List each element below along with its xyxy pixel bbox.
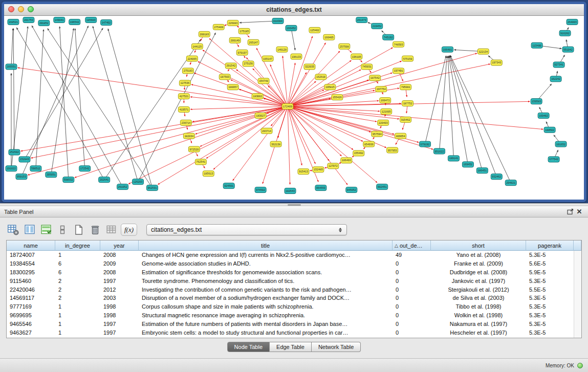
table-cell[interactable]: 1 [55, 302, 100, 311]
network-view[interactable]: 1724092001831441252240652751831275364275… [4, 16, 584, 200]
new-document-icon[interactable] [72, 223, 86, 237]
table-cell[interactable]: 5.3E-5 [526, 294, 574, 302]
network-node[interactable]: 854936 [363, 141, 375, 147]
float-panel-icon[interactable] [565, 208, 575, 216]
table-cell[interactable]: 0 [393, 302, 431, 311]
network-node[interactable]: 261473 [356, 17, 367, 23]
network-node[interactable]: 196133 [291, 54, 302, 59]
network-node[interactable]: 915462 [400, 117, 411, 122]
table-row[interactable]: 1872400712008Changes of HCN gene express… [7, 251, 574, 259]
network-node[interactable]: 126203 [133, 179, 144, 185]
table-cell[interactable]: 2 [55, 294, 100, 302]
network-node[interactable]: 785081 [400, 84, 411, 90]
table-cell[interactable]: Estimation of significance thresholds fo… [139, 268, 393, 277]
table-cell[interactable]: 18724007 [7, 251, 55, 259]
table-cell[interactable]: 1997 [100, 328, 139, 337]
network-node[interactable]: 590512 [30, 166, 41, 171]
network-node[interactable]: 679192 [420, 141, 431, 147]
column-header-year[interactable]: year [100, 240, 139, 251]
network-node[interactable]: 144125 [191, 43, 203, 49]
table-cell[interactable]: Nakamura et al. (1997) [431, 319, 526, 328]
network-node[interactable]: 226083 [227, 20, 238, 26]
network-table-selector[interactable]: citations_edges.txt [146, 224, 347, 235]
network-node[interactable]: 677542 [548, 157, 559, 162]
column-header-title[interactable]: title [139, 240, 393, 251]
network-node[interactable]: 257508 [339, 43, 350, 49]
table-cell[interactable]: 5.3E-5 [526, 302, 574, 311]
network-node[interactable]: 264003 [567, 19, 578, 25]
table-cell[interactable]: 0 [393, 328, 431, 337]
table-vertical-scrollbar[interactable] [574, 251, 581, 338]
network-node[interactable]: 172542 [79, 166, 91, 171]
network-node[interactable]: 551042 [562, 47, 574, 52]
network-node[interactable]: 187503 [219, 74, 230, 80]
table-cell[interactable]: 5.3E-5 [526, 319, 574, 328]
network-node[interactable]: 196542 [69, 19, 80, 25]
table-cell[interactable]: 9115460 [7, 276, 55, 285]
network-node[interactable]: 275156 [243, 61, 254, 67]
table-cell[interactable]: Hescheler et al. (1997) [431, 328, 526, 337]
network-node[interactable]: 924501 [223, 183, 234, 189]
network-node[interactable]: 362138 [270, 141, 281, 147]
network-node[interactable]: 122134 [477, 49, 489, 54]
table-row[interactable]: 977716911998Corpus callosum shape and si… [7, 302, 574, 311]
table-cell[interactable]: 2008 [100, 251, 139, 259]
network-node[interactable]: 197343 [491, 60, 502, 65]
table-cell[interactable]: 19384554 [7, 259, 55, 268]
table-cell[interactable]: 1998 [100, 311, 139, 320]
function-builder-icon[interactable]: f(x) [121, 224, 137, 236]
row-options-icon[interactable] [55, 223, 70, 237]
network-node[interactable]: 419571 [178, 107, 189, 113]
network-window-titlebar[interactable]: citations_edges.txt [4, 4, 584, 16]
network-node[interactable]: 159583 [531, 99, 542, 104]
tab-edge-table[interactable]: Edge Table [270, 342, 312, 352]
import-table-icon[interactable] [104, 223, 119, 237]
network-node[interactable]: 106493 [341, 158, 352, 163]
network-node[interactable]: 152843 [19, 157, 30, 162]
network-node[interactable]: 201542 [225, 63, 236, 69]
network-node[interactable]: 166481 [442, 47, 453, 52]
table-cell[interactable]: 9463627 [7, 328, 55, 337]
network-node[interactable]: 745192 [383, 34, 394, 40]
network-node[interactable]: 152485 [313, 167, 324, 172]
table-cell[interactable]: 14569117 [7, 294, 55, 302]
network-node[interactable]: 187752 [402, 101, 413, 106]
network-node[interactable]: 322035 [304, 64, 315, 70]
network-node[interactable]: 195815 [324, 84, 336, 90]
network-node[interactable]: 146128 [276, 47, 288, 52]
table-cell[interactable]: 1997 [100, 319, 139, 328]
network-node[interactable]: 972520 [188, 146, 200, 152]
table-cell[interactable]: 2 [55, 285, 100, 294]
network-node[interactable]: 166405 [323, 34, 335, 40]
table-cell[interactable]: Tourette syndrome. Phenomenology and cla… [139, 276, 393, 285]
table-cell[interactable]: 1997 [100, 276, 139, 285]
close-panel-icon[interactable]: ✕ [575, 208, 584, 216]
network-node[interactable]: 962531 [147, 185, 158, 191]
network-node[interactable]: 169452 [462, 162, 473, 167]
table-cell[interactable]: Disruption of a novel member of a sodium… [139, 294, 393, 302]
network-node[interactable]: 932462 [491, 174, 502, 180]
table-cell[interactable]: Changes of HCN gene expression and I(f) … [139, 251, 393, 259]
network-node[interactable]: 915413 [298, 169, 309, 174]
table-cell[interactable]: 5.5E-5 [526, 285, 574, 294]
network-node[interactable]: 168521 [8, 19, 19, 25]
column-header-short[interactable]: short [431, 240, 526, 251]
network-node[interactable]: 121605 [381, 108, 392, 114]
network-node[interactable]: 197491 [393, 68, 404, 74]
network-node[interactable]: 185603 [85, 17, 97, 23]
network-node[interactable]: 945052 [346, 187, 357, 193]
table-row[interactable]: 946554611997Estimation of the future num… [7, 319, 574, 328]
network-node[interactable]: 427521 [178, 94, 189, 99]
table-row[interactable]: 969969511998Structural magnetic resonanc… [7, 311, 574, 320]
network-node[interactable]: 165147 [262, 56, 273, 61]
table-cell[interactable]: 2003 [100, 294, 139, 302]
network-node[interactable]: 219452 [372, 23, 383, 29]
network-node[interactable]: 154748 [258, 78, 269, 84]
network-node[interactable]: 187542 [369, 75, 381, 81]
network-node[interactable]: 191022 [6, 166, 17, 171]
network-node[interactable]: 224065 [186, 56, 198, 61]
network-node[interactable]: 201753 [23, 17, 34, 23]
network-node[interactable]: 200149 [229, 37, 241, 43]
table-cell[interactable]: 0 [393, 311, 431, 320]
select-all-icon[interactable] [39, 223, 53, 237]
